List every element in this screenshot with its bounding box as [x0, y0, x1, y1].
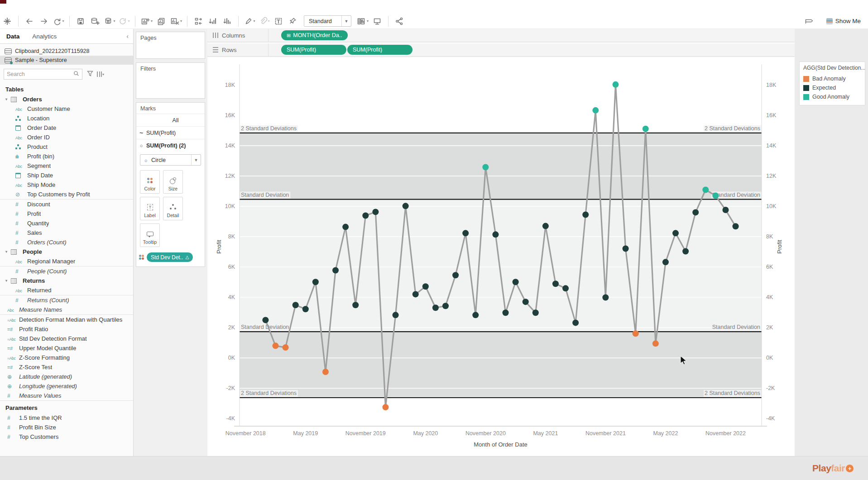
mark-type-dropdown[interactable]: Circle ▼: [140, 154, 201, 166]
expand-chevron-icon[interactable]: ▾: [5, 250, 11, 254]
field-item[interactable]: Returned: [0, 285, 133, 295]
tooltip-flag-icon[interactable]: [803, 15, 815, 28]
worksheet-area: Columns ⊞MONTH(Order Da.. Rows SUM(Profi…: [207, 29, 795, 456]
clear-sheet-button[interactable]: ▾: [170, 15, 182, 28]
datasource-item[interactable]: Clipboard_20221220T115928: [0, 47, 133, 56]
highlight-button[interactable]: ▾: [244, 15, 255, 28]
datasource-item[interactable]: Sample - Superstore: [0, 56, 133, 65]
field-item[interactable]: ▾ People: [0, 247, 133, 257]
swap-rows-columns-button[interactable]: [192, 15, 204, 28]
duplicate-sheet-button[interactable]: [155, 15, 167, 28]
field-item[interactable]: Top Customers by Profit: [0, 190, 133, 200]
field-item[interactable]: Profit (bin): [0, 152, 133, 161]
field-item[interactable]: Customer Name: [0, 104, 133, 114]
marks-tab[interactable]: SUM(Profit) (2): [136, 139, 205, 152]
search-input[interactable]: Search: [4, 69, 82, 80]
show-hide-cards-button[interactable]: ▾: [356, 15, 369, 28]
mark-property-button[interactable]: Size: [163, 170, 183, 194]
field-item[interactable]: Latitude (generated): [0, 372, 133, 381]
new-data-source-button[interactable]: [89, 15, 101, 28]
field-item[interactable]: ▸ Location: [0, 114, 133, 123]
show-mark-labels-button[interactable]: [273, 15, 284, 28]
save-button[interactable]: [75, 15, 86, 28]
field-item[interactable]: Upper Model Quantile: [0, 343, 133, 353]
sort-descending-button[interactable]: [221, 15, 233, 28]
field-item[interactable]: People (Count): [0, 266, 133, 276]
field-item[interactable]: Order ID: [0, 133, 133, 142]
profit-anomaly-chart[interactable]: 2 Standard Deviations2 Standard Deviatio…: [207, 60, 795, 456]
field-item[interactable]: Std Dev Detection Format: [0, 334, 133, 343]
field-item[interactable]: Measure Names: [0, 305, 133, 315]
field-item[interactable]: Z-Score Formatting: [0, 353, 133, 362]
mark-property-button[interactable]: Label: [140, 197, 160, 220]
field-item[interactable]: Z-Score Test: [0, 362, 133, 372]
rows-shelf[interactable]: Rows SUM(Profit)SUM(Profit): [207, 43, 795, 57]
field-item[interactable]: ▾ Returns: [0, 276, 133, 285]
field-item[interactable]: Profit: [0, 209, 133, 219]
field-item[interactable]: Segment: [0, 161, 133, 171]
field-item[interactable]: Ship Date: [0, 171, 133, 180]
field-item[interactable]: Measure Values: [0, 391, 133, 401]
rows-pill[interactable]: SUM(Profit): [281, 45, 346, 55]
chart-canvas[interactable]: 2 Standard Deviations2 Standard Deviatio…: [207, 58, 795, 456]
marks-tab[interactable]: SUM(Profit): [136, 126, 205, 139]
field-item[interactable]: ▸ Product: [0, 142, 133, 152]
field-item[interactable]: Detection Format Median with Quartiles: [0, 315, 133, 324]
color-encoding-row: Std Dev Det.. △: [136, 249, 205, 262]
field-item[interactable]: Order Date: [0, 123, 133, 133]
mark-property-button[interactable]: Tooltip: [140, 223, 160, 247]
refresh-button[interactable]: ▾: [118, 15, 130, 28]
collapse-pane-icon[interactable]: ‹: [126, 33, 133, 40]
back-button[interactable]: [24, 15, 35, 28]
pages-shelf[interactable]: Pages: [136, 32, 205, 59]
parameter-item[interactable]: Top Customers: [0, 432, 133, 442]
show-me-button[interactable]: Show Me: [826, 18, 861, 24]
field-item[interactable]: Sales: [0, 228, 133, 238]
field-item[interactable]: Regional Manager: [0, 257, 133, 266]
columns-shelf[interactable]: Columns ⊞MONTH(Order Da..: [207, 29, 795, 43]
field-type-icon: [7, 345, 19, 352]
legend-item[interactable]: Good Anomaly: [803, 92, 865, 101]
filter-icon[interactable]: [87, 70, 93, 78]
field-item[interactable]: ▾ Orders: [0, 95, 133, 104]
expand-chevron-icon[interactable]: ▾: [5, 97, 11, 101]
field-item[interactable]: Orders (Count): [0, 238, 133, 247]
field-item[interactable]: Profit Ratio: [0, 324, 133, 334]
share-button[interactable]: [393, 15, 405, 28]
pause-auto-updates-button[interactable]: ▾: [104, 15, 115, 28]
color-encoding-pill[interactable]: Std Dev Det.. △: [147, 252, 193, 262]
field-item[interactable]: Returns (Count): [0, 295, 133, 305]
color-legend[interactable]: AGG(Std Dev Detection... Bad Anomaly Exp…: [799, 62, 865, 105]
field-item[interactable]: Ship Mode: [0, 180, 133, 190]
field-item[interactable]: Longitude (generated): [0, 381, 133, 391]
field-item[interactable]: Quantity: [0, 219, 133, 228]
parameter-item[interactable]: Profit Bin Size: [0, 423, 133, 432]
parameter-item[interactable]: 1.5 time the IQR: [0, 413, 133, 423]
group-members-button[interactable]: ▾: [258, 15, 270, 28]
sort-ascending-button[interactable]: [207, 15, 219, 28]
rows-pill[interactable]: SUM(Profit): [347, 45, 412, 55]
legend-item[interactable]: Bad Anomaly: [803, 74, 865, 83]
presentation-mode-button[interactable]: [371, 15, 383, 28]
legend-swatch: [803, 94, 809, 100]
fit-selector[interactable]: Standard ▼: [304, 15, 351, 27]
forward-button[interactable]: [38, 15, 50, 28]
tab-analytics[interactable]: Analytics: [26, 29, 63, 43]
columns-pill[interactable]: ⊞MONTH(Order Da..: [281, 30, 348, 40]
chevron-down-icon[interactable]: ▼: [191, 155, 201, 165]
legend-item[interactable]: Expected: [803, 83, 865, 92]
new-worksheet-button[interactable]: ▾: [140, 15, 153, 28]
fix-axes-button[interactable]: [287, 15, 299, 28]
filters-shelf[interactable]: Filters: [136, 62, 205, 99]
toolbar: ▾ ▾ ▾ ▾ ▾ ▾ ▾ Standard ▼ ▾ Show Me: [0, 14, 868, 29]
chevron-down-icon[interactable]: ▼: [341, 16, 351, 26]
tab-data[interactable]: Data: [0, 29, 26, 43]
replay-button[interactable]: ▾: [53, 15, 64, 28]
field-item[interactable]: Discount: [0, 200, 133, 209]
mark-property-button[interactable]: Color: [140, 170, 160, 194]
marks-tab[interactable]: All: [136, 114, 205, 126]
tableau-logo-icon[interactable]: [1, 15, 13, 28]
mark-property-button[interactable]: Detail: [163, 197, 183, 220]
expand-chevron-icon[interactable]: ▾: [5, 279, 11, 283]
view-as-icon[interactable]: ▾: [97, 71, 104, 77]
